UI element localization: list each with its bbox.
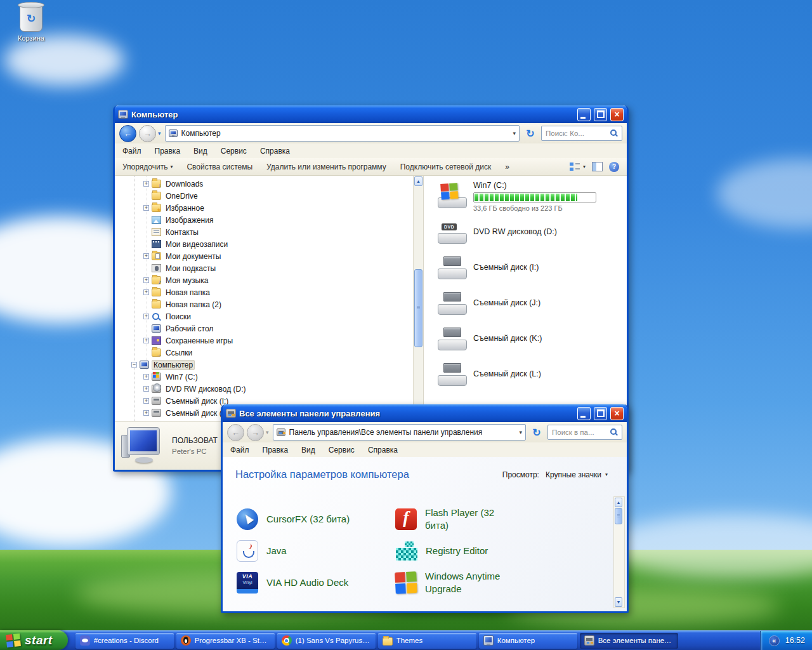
tree-expander[interactable]: + (143, 398, 149, 404)
address-dropdown-icon[interactable]: ▾ (513, 130, 516, 136)
tree-item[interactable]: + Сохраненные игры (115, 335, 413, 347)
menu-item[interactable]: Файл (122, 147, 141, 156)
tree-expander[interactable]: + (143, 338, 149, 343)
menu-item[interactable]: Справка (260, 147, 290, 156)
change-view-icon[interactable] (570, 162, 580, 171)
tree-expander[interactable]: + (143, 277, 149, 283)
minimize-button[interactable] (577, 407, 591, 420)
tree-item[interactable]: + Поиски (115, 310, 413, 322)
search-input[interactable]: Поиск: Ко... (541, 126, 622, 141)
tree-item[interactable]: Мои подкасты (115, 262, 413, 274)
maximize-button[interactable] (594, 407, 607, 420)
drive-item[interactable]: Win7 (C:) 33,6 ГБ свободно из 223 ГБ (438, 183, 627, 209)
tree-item[interactable]: Ссылки (115, 347, 413, 359)
tree-item[interactable]: + Downloads (115, 178, 413, 190)
maximize-button[interactable] (594, 108, 607, 121)
search-icon[interactable] (610, 129, 618, 137)
close-button[interactable]: × (610, 407, 624, 420)
drive-item[interactable]: Съемный диск (L:) (438, 361, 627, 387)
scrollbar-thumb[interactable] (414, 269, 422, 348)
content-scrollbar[interactable]: ▲ ▼ (613, 496, 625, 608)
address-dropdown-icon[interactable]: ▾ (519, 429, 522, 435)
taskbar-window-button[interactable]: Progressbar XB - Startup (176, 633, 275, 649)
history-dropdown-icon[interactable]: ▾ (158, 130, 161, 136)
control-panel-item[interactable]: Windows Anytime Upgrade (395, 567, 601, 599)
menu-item[interactable]: Правка (155, 147, 181, 156)
tree-item[interactable]: + Избранное (115, 202, 413, 214)
toolbar-command[interactable]: Удалить или изменить программу (266, 162, 386, 171)
toolbar-command[interactable]: » (505, 162, 509, 171)
help-icon[interactable]: ? (609, 162, 619, 172)
taskbar-window-button[interactable]: Themes (378, 633, 476, 649)
start-button[interactable]: start (0, 630, 68, 650)
tree-expander[interactable]: + (143, 386, 149, 392)
back-button[interactable]: ← (119, 125, 136, 142)
tree-item[interactable]: Рабочий стол (115, 322, 413, 335)
forward-button[interactable]: → (139, 125, 156, 142)
taskbar-window-button[interactable]: (1) Sans Vs Papyrus - ... (277, 633, 376, 649)
tree-expander[interactable]: + (143, 374, 149, 380)
scroll-down-icon[interactable]: ▼ (615, 597, 622, 607)
address-bar[interactable]: Панель управления\Все элементы панели уп… (273, 424, 526, 441)
toolbar-command[interactable]: Подключить сетевой диск (400, 162, 491, 171)
taskbar-window-button[interactable]: #creations - Discord (75, 633, 174, 649)
minimize-button[interactable] (577, 108, 591, 121)
tree-scrollbar[interactable]: ▲ ▼ (413, 176, 423, 421)
back-button[interactable]: ← (227, 424, 244, 441)
drive-item[interactable]: Съемный диск (J:) (438, 290, 627, 315)
menu-item[interactable]: Файл (230, 446, 249, 454)
drive-item[interactable]: Съемный диск (K:) (438, 326, 627, 351)
computer-window-titlebar[interactable]: Компьютер × (115, 105, 627, 123)
tree-item[interactable]: + Win7 (C:) (115, 371, 413, 383)
control-panel-item[interactable]: CursorFX (32 бита) (237, 503, 395, 535)
tree-item[interactable]: Изображения (115, 214, 413, 226)
tree-expander[interactable]: + (143, 205, 149, 211)
recycle-bin-desktop-icon[interactable]: ↻ Корзина (6, 5, 56, 42)
tree-item[interactable]: Контакты (115, 226, 413, 238)
control-panel-item[interactable]: VIA HD Audio Deck (237, 567, 395, 599)
tree-item[interactable]: + Мои документы (115, 250, 413, 262)
control-panel-item[interactable]: Registry Editor (395, 535, 601, 567)
control-panel-item[interactable]: Java (237, 535, 395, 567)
menu-item[interactable]: Справка (368, 446, 398, 454)
tree-expander[interactable]: + (143, 314, 149, 319)
tree-item[interactable]: Новая папка (2) (115, 298, 413, 310)
scrollbar-thumb[interactable] (615, 508, 622, 524)
tray-expand-icon[interactable]: « (769, 635, 780, 646)
control-panel-item[interactable]: Flash Player (32 бита) (395, 503, 601, 535)
menu-item[interactable]: Сервис (329, 446, 355, 454)
menu-item[interactable]: Вид (301, 446, 315, 454)
tree-expander[interactable]: + (143, 289, 149, 295)
refresh-icon[interactable]: ↻ (522, 126, 539, 141)
control-panel-titlebar[interactable]: Все элементы панели управления × (223, 404, 627, 422)
taskbar-window-button[interactable]: Все элементы панел... (580, 633, 678, 649)
tree-expander[interactable]: − (131, 362, 137, 368)
preview-pane-icon[interactable] (592, 162, 603, 171)
close-button[interactable]: × (610, 108, 624, 121)
menu-item[interactable]: Вид (193, 147, 207, 156)
history-dropdown-icon[interactable]: ▾ (266, 429, 269, 435)
search-input[interactable]: Поиск в па... (547, 425, 622, 440)
drive-item[interactable]: DVD RW дисковод (D:) (438, 219, 627, 244)
scroll-up-icon[interactable]: ▲ (615, 498, 622, 507)
toolbar-command[interactable]: Упорядочить ▾ (122, 162, 173, 171)
tree-item[interactable]: + Моя музыка (115, 274, 413, 286)
address-bar[interactable]: Компьютер ▾ (165, 125, 520, 142)
tree-item[interactable]: + Новая папка (115, 286, 413, 298)
tree-expander[interactable]: + (143, 253, 149, 259)
tree-item[interactable]: + DVD RW дисковод (D:) (115, 383, 413, 395)
drive-item[interactable]: Съемный диск (I:) (438, 255, 627, 280)
refresh-icon[interactable]: ↻ (528, 425, 545, 440)
toolbar-command[interactable]: Свойства системы (187, 162, 252, 171)
menu-item[interactable]: Сервис (221, 147, 247, 156)
tree-expander[interactable]: + (143, 181, 149, 187)
tree-item[interactable]: Мои видеозаписи (115, 238, 413, 250)
view-selector[interactable]: Крупные значки ▾ (546, 470, 608, 479)
tree-item[interactable]: OneDrive (115, 190, 413, 202)
forward-button[interactable]: → (247, 424, 264, 441)
tree-item[interactable]: − Компьютер (115, 359, 413, 371)
scroll-up-icon[interactable]: ▲ (414, 176, 422, 186)
tree-expander[interactable]: + (143, 410, 149, 416)
search-icon[interactable] (610, 428, 618, 436)
taskbar-window-button[interactable]: Компьютер (479, 633, 577, 649)
